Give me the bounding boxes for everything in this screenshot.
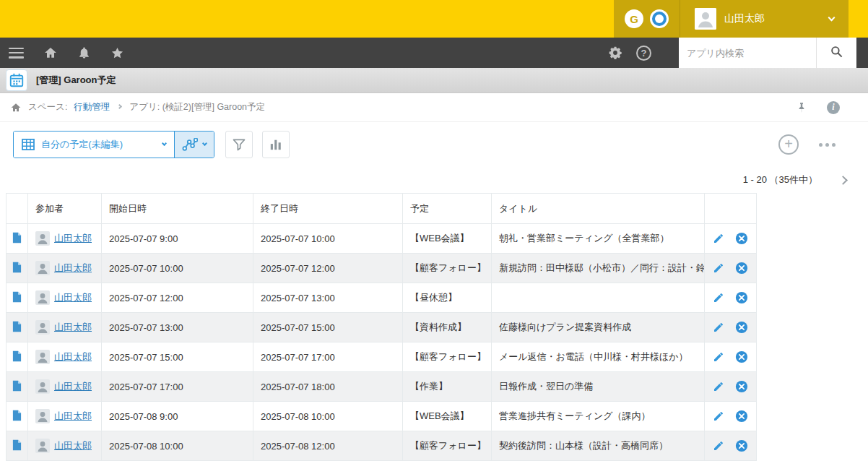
info-icon[interactable]: i (827, 101, 840, 114)
pin-icon[interactable] (796, 102, 807, 113)
delete-icon[interactable] (735, 439, 748, 452)
schedule-title: メール返信・お電話（中川様・村井様ほか） (492, 342, 705, 372)
record-icon[interactable] (12, 439, 22, 451)
start-datetime: 2025-07-07 17:00 (102, 372, 253, 402)
participant-link[interactable]: 山田太郎 (54, 291, 92, 304)
edit-icon[interactable] (713, 262, 724, 274)
schedule-title: 新規訪問：田中様邸（小松市）／同行：設計・鈴木 (492, 254, 705, 283)
table-row: 山田太郎 2025-07-07 12:00 2025-07-07 13:00 【… (6, 283, 757, 313)
table-row: 山田太郎 2025-07-08 9:00 2025-07-08 10:00 【W… (6, 402, 757, 431)
notifications-bell-icon[interactable] (77, 46, 91, 60)
schedule-title (492, 283, 705, 313)
settings-gear-icon[interactable] (608, 46, 622, 60)
delete-icon[interactable] (735, 350, 748, 363)
edit-icon[interactable] (713, 410, 724, 422)
chevron-down-icon (162, 141, 167, 146)
edit-icon[interactable] (713, 440, 724, 452)
funnel-icon (232, 137, 246, 152)
edit-icon[interactable] (713, 381, 724, 392)
participant-link[interactable]: 山田太郎 (54, 350, 92, 363)
filter-button[interactable] (225, 131, 253, 158)
favorites-star-icon[interactable] (110, 46, 124, 60)
search-input[interactable] (679, 38, 816, 68)
view-dropdown[interactable]: 自分の予定(未編集) (14, 132, 174, 158)
calendar-app-icon[interactable] (6, 69, 27, 91)
column-header-end[interactable]: 終了日時 (253, 194, 403, 224)
record-icon[interactable] (12, 350, 22, 362)
column-header-actions (705, 194, 757, 224)
start-datetime: 2025-07-07 10:00 (102, 254, 253, 283)
delete-icon[interactable] (735, 232, 748, 245)
garoon-icon[interactable]: G (625, 9, 643, 28)
column-header-participants[interactable]: 参加者 (28, 194, 102, 224)
participant-link[interactable]: 山田太郎 (54, 410, 92, 423)
help-icon[interactable]: ? (636, 46, 651, 61)
column-header-title[interactable]: タイトル (492, 194, 705, 224)
participant-link[interactable]: 山田太郎 (54, 439, 92, 452)
edit-icon[interactable] (713, 322, 724, 333)
graph-view-button[interactable] (174, 132, 214, 158)
participant-link[interactable]: 山田太郎 (54, 321, 92, 334)
records-table: 参加者 開始日時 終了日時 予定 タイトル (6, 193, 757, 461)
next-page-button[interactable] (838, 175, 849, 186)
view-toolbar: 自分の予定(未編集) + (0, 122, 868, 167)
more-options-button[interactable] (817, 139, 837, 151)
breadcrumb-space-link[interactable]: 行動管理 (74, 101, 110, 113)
end-datetime: 2025-07-08 10:00 (253, 402, 403, 431)
column-header-category[interactable]: 予定 (403, 194, 492, 224)
app-search (679, 38, 856, 68)
table-body: 山田太郎 2025-07-07 9:00 2025-07-07 10:00 【W… (6, 224, 757, 461)
user-avatar (695, 8, 716, 30)
start-datetime: 2025-07-07 12:00 (102, 283, 253, 313)
delete-icon[interactable] (735, 291, 748, 304)
column-header-start[interactable]: 開始日時 (102, 194, 253, 224)
table-view-icon (22, 139, 35, 150)
participant-link[interactable]: 山田太郎 (54, 262, 92, 275)
delete-icon[interactable] (735, 262, 748, 275)
user-menu[interactable]: 山田太郎 (680, 0, 849, 38)
breadcrumb-home-icon[interactable] (10, 102, 22, 113)
service-icons: G (614, 0, 680, 38)
participant-link[interactable]: 山田太郎 (54, 380, 92, 393)
hamburger-menu-icon[interactable] (9, 48, 24, 59)
participant-link[interactable]: 山田太郎 (54, 232, 92, 245)
search-button[interactable] (816, 38, 856, 68)
edit-icon[interactable] (713, 351, 724, 363)
brand-topbar: G 山田太郎 (0, 0, 868, 38)
schedule-category: 【顧客フォロー】 (403, 342, 492, 372)
chart-button[interactable] (262, 131, 290, 158)
record-icon[interactable] (12, 232, 22, 244)
participant-avatar (35, 261, 50, 275)
user-name: 山田太郎 (724, 12, 765, 25)
start-datetime: 2025-07-08 9:00 (102, 402, 253, 431)
delete-icon[interactable] (735, 321, 748, 334)
participant-avatar (35, 350, 50, 364)
edit-icon[interactable] (713, 233, 724, 244)
record-icon[interactable] (12, 321, 22, 332)
end-datetime: 2025-07-07 18:00 (253, 372, 403, 402)
cybozu-icon[interactable] (650, 9, 669, 28)
bar-chart-icon (269, 138, 282, 151)
nav-left (0, 38, 124, 68)
table-row: 山田太郎 2025-07-07 17:00 2025-07-07 18:00 【… (6, 372, 757, 402)
table-row: 山田太郎 2025-07-07 13:00 2025-07-07 15:00 【… (6, 313, 757, 342)
participant-avatar (35, 320, 50, 335)
breadcrumb-separator-icon (117, 104, 122, 109)
record-icon[interactable] (12, 262, 22, 273)
edit-icon[interactable] (713, 292, 724, 303)
home-icon[interactable] (43, 46, 58, 60)
end-datetime: 2025-07-08 12:00 (253, 431, 403, 461)
record-icon[interactable] (12, 410, 22, 421)
add-record-button[interactable]: + (778, 134, 799, 155)
schedule-category: 【作業】 (403, 372, 492, 402)
schedule-title: 佐藤様向けプラン提案資料作成 (492, 313, 705, 342)
start-datetime: 2025-07-08 10:00 (102, 431, 253, 461)
table-row: 山田太郎 2025-07-07 10:00 2025-07-07 12:00 【… (6, 254, 757, 283)
schedule-title: 営業進捗共有ミーティング（課内） (492, 402, 705, 431)
record-icon[interactable] (12, 380, 22, 392)
record-icon[interactable] (12, 291, 22, 303)
delete-icon[interactable] (735, 410, 748, 423)
chevron-down-icon (202, 141, 207, 146)
end-datetime: 2025-07-07 10:00 (253, 224, 403, 254)
delete-icon[interactable] (735, 380, 748, 393)
